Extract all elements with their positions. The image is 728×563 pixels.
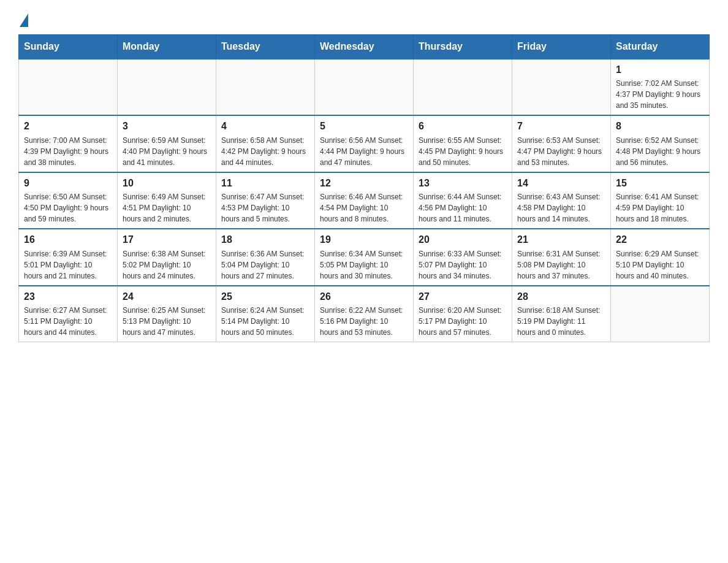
week-row-3: 9Sunrise: 6:50 AM Sunset: 4:50 PM Daylig… <box>19 172 710 229</box>
day-info: Sunrise: 6:58 AM Sunset: 4:42 PM Dayligh… <box>221 135 309 168</box>
calendar-cell <box>118 59 216 115</box>
calendar-cell: 28Sunrise: 6:18 AM Sunset: 5:19 PM Dayli… <box>512 286 611 342</box>
day-info: Sunrise: 6:46 AM Sunset: 4:54 PM Dayligh… <box>320 191 408 224</box>
day-info: Sunrise: 6:59 AM Sunset: 4:40 PM Dayligh… <box>123 135 211 168</box>
weekday-header-wednesday: Wednesday <box>315 35 414 59</box>
day-number: 6 <box>419 120 507 133</box>
calendar-cell: 11Sunrise: 6:47 AM Sunset: 4:53 PM Dayli… <box>216 172 315 229</box>
day-info: Sunrise: 6:22 AM Sunset: 5:16 PM Dayligh… <box>320 305 408 338</box>
day-number: 14 <box>517 177 605 190</box>
calendar-cell: 7Sunrise: 6:53 AM Sunset: 4:47 PM Daylig… <box>512 115 611 172</box>
day-info: Sunrise: 6:47 AM Sunset: 4:53 PM Dayligh… <box>221 191 309 224</box>
calendar-cell: 26Sunrise: 6:22 AM Sunset: 5:16 PM Dayli… <box>315 286 414 342</box>
calendar-cell: 15Sunrise: 6:41 AM Sunset: 4:59 PM Dayli… <box>611 172 710 229</box>
calendar-cell: 19Sunrise: 6:34 AM Sunset: 5:05 PM Dayli… <box>315 229 414 285</box>
day-info: Sunrise: 6:44 AM Sunset: 4:56 PM Dayligh… <box>419 191 507 224</box>
day-info: Sunrise: 6:38 AM Sunset: 5:02 PM Dayligh… <box>123 248 211 282</box>
calendar-header-row: SundayMondayTuesdayWednesdayThursdayFrid… <box>19 35 710 59</box>
calendar-cell: 12Sunrise: 6:46 AM Sunset: 4:54 PM Dayli… <box>315 172 414 229</box>
calendar-cell: 24Sunrise: 6:25 AM Sunset: 5:13 PM Dayli… <box>118 286 216 342</box>
calendar-cell <box>512 59 611 115</box>
weekday-header-tuesday: Tuesday <box>216 35 315 59</box>
calendar-cell <box>19 59 118 115</box>
calendar-cell: 3Sunrise: 6:59 AM Sunset: 4:40 PM Daylig… <box>118 115 216 172</box>
day-info: Sunrise: 6:53 AM Sunset: 4:47 PM Dayligh… <box>517 135 605 168</box>
week-row-4: 16Sunrise: 6:39 AM Sunset: 5:01 PM Dayli… <box>19 229 710 285</box>
weekday-header-friday: Friday <box>512 35 611 59</box>
day-number: 11 <box>221 177 309 190</box>
calendar-cell <box>414 59 512 115</box>
week-row-5: 23Sunrise: 6:27 AM Sunset: 5:11 PM Dayli… <box>19 286 710 342</box>
day-number: 20 <box>419 233 507 247</box>
calendar-cell: 21Sunrise: 6:31 AM Sunset: 5:08 PM Dayli… <box>512 229 611 285</box>
day-info: Sunrise: 6:41 AM Sunset: 4:59 PM Dayligh… <box>616 191 704 224</box>
day-info: Sunrise: 6:39 AM Sunset: 5:01 PM Dayligh… <box>24 248 112 282</box>
weekday-header-monday: Monday <box>118 35 216 59</box>
day-number: 2 <box>24 120 112 133</box>
day-info: Sunrise: 6:55 AM Sunset: 4:45 PM Dayligh… <box>419 135 507 168</box>
day-number: 13 <box>419 177 507 190</box>
day-info: Sunrise: 6:33 AM Sunset: 5:07 PM Dayligh… <box>419 248 507 282</box>
day-info: Sunrise: 6:20 AM Sunset: 5:17 PM Dayligh… <box>419 305 507 338</box>
day-info: Sunrise: 6:31 AM Sunset: 5:08 PM Dayligh… <box>517 248 605 282</box>
day-number: 21 <box>517 233 605 247</box>
calendar-cell: 10Sunrise: 6:49 AM Sunset: 4:51 PM Dayli… <box>118 172 216 229</box>
calendar-cell <box>315 59 414 115</box>
logo <box>18 12 28 25</box>
calendar-cell: 1Sunrise: 7:02 AM Sunset: 4:37 PM Daylig… <box>611 59 710 115</box>
calendar-cell: 23Sunrise: 6:27 AM Sunset: 5:11 PM Dayli… <box>19 286 118 342</box>
calendar-cell: 13Sunrise: 6:44 AM Sunset: 4:56 PM Dayli… <box>414 172 512 229</box>
day-number: 7 <box>517 120 605 133</box>
day-info: Sunrise: 6:50 AM Sunset: 4:50 PM Dayligh… <box>24 191 112 224</box>
day-number: 25 <box>221 290 309 304</box>
week-row-1: 1Sunrise: 7:02 AM Sunset: 4:37 PM Daylig… <box>19 59 710 115</box>
day-number: 24 <box>123 290 211 304</box>
day-info: Sunrise: 6:56 AM Sunset: 4:44 PM Dayligh… <box>320 135 408 168</box>
calendar-cell: 17Sunrise: 6:38 AM Sunset: 5:02 PM Dayli… <box>118 229 216 285</box>
day-info: Sunrise: 7:02 AM Sunset: 4:37 PM Dayligh… <box>616 78 704 111</box>
calendar-cell: 14Sunrise: 6:43 AM Sunset: 4:58 PM Dayli… <box>512 172 611 229</box>
logo-triangle-icon <box>20 13 28 27</box>
week-row-2: 2Sunrise: 7:00 AM Sunset: 4:39 PM Daylig… <box>19 115 710 172</box>
calendar-cell: 4Sunrise: 6:58 AM Sunset: 4:42 PM Daylig… <box>216 115 315 172</box>
day-number: 5 <box>320 120 408 133</box>
calendar-cell: 20Sunrise: 6:33 AM Sunset: 5:07 PM Dayli… <box>414 229 512 285</box>
day-number: 18 <box>221 233 309 247</box>
day-number: 10 <box>123 177 211 190</box>
day-number: 28 <box>517 290 605 304</box>
calendar-table: SundayMondayTuesdayWednesdayThursdayFrid… <box>18 34 710 342</box>
day-number: 8 <box>616 120 704 133</box>
calendar-cell <box>216 59 315 115</box>
calendar-cell: 25Sunrise: 6:24 AM Sunset: 5:14 PM Dayli… <box>216 286 315 342</box>
day-info: Sunrise: 6:29 AM Sunset: 5:10 PM Dayligh… <box>616 248 704 282</box>
day-number: 27 <box>419 290 507 304</box>
day-info: Sunrise: 6:25 AM Sunset: 5:13 PM Dayligh… <box>123 305 211 338</box>
calendar-cell: 8Sunrise: 6:52 AM Sunset: 4:48 PM Daylig… <box>611 115 710 172</box>
calendar-cell <box>611 286 710 342</box>
day-info: Sunrise: 6:43 AM Sunset: 4:58 PM Dayligh… <box>517 191 605 224</box>
calendar-cell: 18Sunrise: 6:36 AM Sunset: 5:04 PM Dayli… <box>216 229 315 285</box>
day-info: Sunrise: 6:36 AM Sunset: 5:04 PM Dayligh… <box>221 248 309 282</box>
day-number: 4 <box>221 120 309 133</box>
day-number: 9 <box>24 177 112 190</box>
day-number: 17 <box>123 233 211 247</box>
day-info: Sunrise: 6:49 AM Sunset: 4:51 PM Dayligh… <box>123 191 211 224</box>
day-info: Sunrise: 6:34 AM Sunset: 5:05 PM Dayligh… <box>320 248 408 282</box>
day-number: 23 <box>24 290 112 304</box>
day-number: 22 <box>616 233 704 247</box>
page-header <box>18 12 710 25</box>
day-info: Sunrise: 6:24 AM Sunset: 5:14 PM Dayligh… <box>221 305 309 338</box>
day-number: 3 <box>123 120 211 133</box>
calendar-cell: 16Sunrise: 6:39 AM Sunset: 5:01 PM Dayli… <box>19 229 118 285</box>
weekday-header-thursday: Thursday <box>414 35 512 59</box>
calendar-cell: 27Sunrise: 6:20 AM Sunset: 5:17 PM Dayli… <box>414 286 512 342</box>
calendar-cell: 22Sunrise: 6:29 AM Sunset: 5:10 PM Dayli… <box>611 229 710 285</box>
calendar-cell: 2Sunrise: 7:00 AM Sunset: 4:39 PM Daylig… <box>19 115 118 172</box>
calendar-cell: 5Sunrise: 6:56 AM Sunset: 4:44 PM Daylig… <box>315 115 414 172</box>
calendar-cell: 9Sunrise: 6:50 AM Sunset: 4:50 PM Daylig… <box>19 172 118 229</box>
day-number: 19 <box>320 233 408 247</box>
day-info: Sunrise: 6:18 AM Sunset: 5:19 PM Dayligh… <box>517 305 605 338</box>
calendar-cell: 6Sunrise: 6:55 AM Sunset: 4:45 PM Daylig… <box>414 115 512 172</box>
day-number: 15 <box>616 177 704 190</box>
day-number: 26 <box>320 290 408 304</box>
